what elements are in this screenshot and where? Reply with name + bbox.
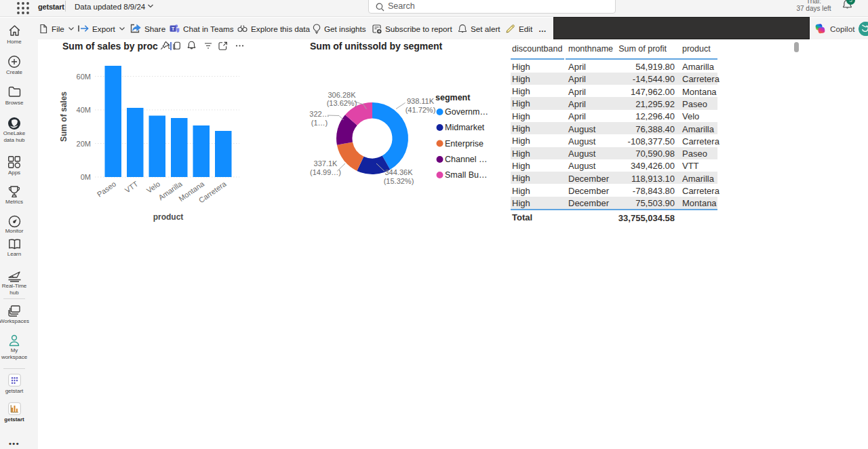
svg-text:Small Bu…: Small Bu… (445, 170, 488, 180)
svg-text:Enterprise: Enterprise (445, 139, 484, 149)
svg-text:Midmarket: Midmarket (445, 123, 485, 132)
svg-text:VTT: VTT (123, 180, 140, 195)
svg-text:segment: segment (435, 93, 471, 102)
svg-text:(13.62%): (13.62%) (327, 99, 357, 107)
svg-text:Governm…: Governm… (445, 107, 488, 117)
svg-text:Sum of sales: Sum of sales (59, 92, 68, 142)
svg-text:product: product (153, 212, 184, 222)
svg-text:(1…): (1…) (311, 119, 328, 127)
svg-text:20M: 20M (77, 140, 91, 148)
svg-text:(41.72%): (41.72%) (406, 106, 436, 114)
svg-text:306.28K: 306.28K (328, 91, 357, 99)
svg-text:0M: 0M (81, 173, 91, 181)
svg-text:60M: 60M (77, 73, 91, 81)
svg-text:322…: 322… (309, 110, 329, 118)
svg-text:40M: 40M (77, 106, 91, 114)
svg-text:T: T (172, 26, 175, 31)
svg-text:Channel …: Channel … (445, 155, 488, 164)
svg-text:938.11K: 938.11K (407, 97, 435, 105)
svg-text:Paseo: Paseo (96, 180, 117, 199)
svg-text:337.1K: 337.1K (314, 159, 338, 168)
svg-text:Velo: Velo (145, 180, 161, 195)
svg-text:(14.99…): (14.99…) (310, 168, 341, 176)
svg-text:(15.32%): (15.32%) (384, 177, 414, 185)
svg-text:344.36K: 344.36K (385, 168, 414, 176)
